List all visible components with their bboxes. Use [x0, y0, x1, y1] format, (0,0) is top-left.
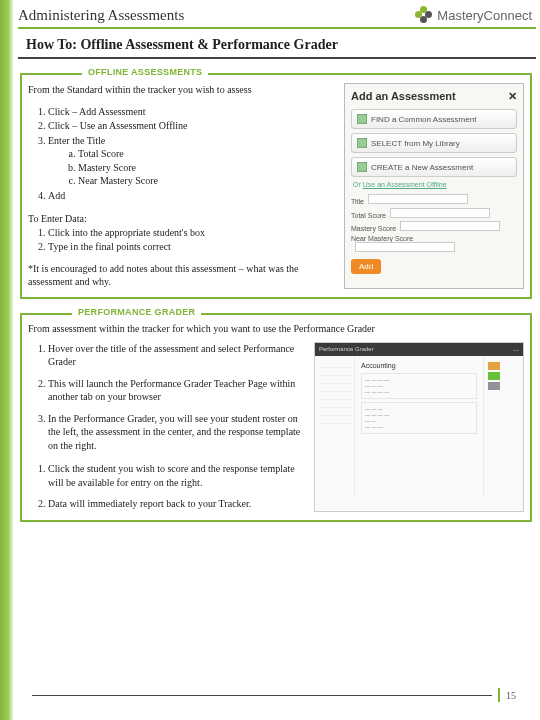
masteryconnect-icon [415, 6, 433, 24]
total-input[interactable] [390, 208, 490, 218]
enter-title: To Enter Data: [28, 212, 338, 226]
offline-step-4: Add [48, 189, 338, 203]
offline-step-3-text: Enter the Title [48, 135, 105, 146]
pg-topbar-icons: ⋯ [513, 346, 519, 353]
pg-box-2: — — —— — — —— —— — — [361, 402, 477, 434]
select-button[interactable]: SELECT from My Library [351, 133, 517, 153]
brand-logo: MasteryConnect [415, 6, 532, 24]
find-label: FIND a Common Assessment [371, 115, 476, 124]
swatch-gray [488, 382, 500, 390]
perf-b1: Click the student you wish to score and … [48, 462, 308, 489]
offline-substep-a: Total Score [78, 147, 338, 161]
select-label: SELECT from My Library [371, 139, 460, 148]
near-field-row: Near Mastery Score [351, 235, 517, 253]
page-content: Administering Assessments MasteryConnect… [18, 0, 536, 720]
performance-intro: From assessment within the tracker for w… [28, 323, 524, 334]
or-text: Or [353, 181, 363, 188]
pg-roster [315, 356, 355, 496]
pg-topbar-title: Performance Grader [319, 346, 374, 353]
offline-substeps: Total Score Mastery Score Near Mastery S… [78, 147, 338, 188]
offline-step-3: Enter the Title Total Score Mastery Scor… [48, 134, 338, 188]
performance-text-column: Hover over the title of the assessment a… [28, 342, 308, 512]
near-label: Near Mastery Score [351, 235, 413, 242]
howto-prefix: How To: [26, 37, 77, 52]
header-title: Administering Assessments [18, 7, 184, 24]
swatch-orange [488, 362, 500, 370]
page-footer: 15 [32, 688, 516, 702]
pg-box-1: — — — —— — —— — — — [361, 373, 477, 399]
perf-a2: This will launch the Performance Grader … [48, 377, 308, 404]
dialog-title: Add an Assessment [351, 90, 456, 103]
pg-topbar: Performance Grader⋯ [315, 343, 523, 356]
mastery-label: Mastery Score [351, 225, 396, 232]
pg-center: Accounting — — — —— — —— — — — — — —— — … [355, 356, 483, 496]
dialog-title-row: Add an Assessment ✕ [351, 90, 517, 103]
enter-data-block: To Enter Data: Click into the appropriat… [28, 212, 338, 254]
page-number: 15 [506, 690, 516, 701]
pg-response [483, 356, 523, 496]
howto-title: Offline Assessment & Performance Grader [80, 37, 337, 52]
pg-heading: Accounting [361, 362, 477, 369]
pg-body: Accounting — — — —— — —— — — — — — —— — … [315, 356, 523, 496]
offline-step-1: Click – Add Assessment [48, 105, 338, 119]
footer-accent [498, 688, 500, 702]
offline-section-label: OFFLINE ASSESSMENTS [82, 67, 208, 77]
performance-section: PERFORMANCE GRADER From assessment withi… [20, 313, 532, 522]
page-header: Administering Assessments MasteryConnect [18, 0, 536, 29]
perf-a1: Hover over the title of the assessment a… [48, 342, 308, 369]
offline-substep-c: Near Mastery Score [78, 174, 338, 188]
performance-section-label: PERFORMANCE GRADER [72, 307, 201, 317]
title-input[interactable] [368, 194, 468, 204]
enter-step-1: Click into the appropriate student's box [48, 226, 338, 240]
perf-a3: In the Performance Grader, you will see … [48, 412, 308, 453]
performance-list-a: Hover over the title of the assessment a… [48, 342, 308, 453]
create-label: CREATE a New Assessment [371, 163, 473, 172]
title-field-row: Title [351, 194, 517, 205]
offline-link-row: Or Use an Assessment Offline [353, 181, 517, 188]
offline-intro: From the Standard within the tracker you… [28, 83, 338, 97]
enter-steps-list: Click into the appropriate student's box… [48, 226, 338, 254]
howto-bar: How To: Offline Assessment & Performance… [18, 29, 536, 59]
offline-substep-b: Mastery Score [78, 161, 338, 175]
footer-rule [32, 695, 492, 696]
find-button[interactable]: FIND a Common Assessment [351, 109, 517, 129]
performance-list-b: Click the student you wish to score and … [48, 462, 308, 511]
find-icon [357, 114, 367, 124]
mastery-field-row: Mastery Score [351, 221, 517, 232]
left-accent-bar [0, 0, 14, 720]
brand-name: MasteryConnect [437, 8, 532, 23]
create-icon [357, 162, 367, 172]
title-label: Title [351, 198, 364, 205]
add-assessment-dialog: Add an Assessment ✕ FIND a Common Assess… [344, 83, 524, 289]
close-icon[interactable]: ✕ [508, 90, 517, 103]
select-icon [357, 138, 367, 148]
performance-grader-preview: Performance Grader⋯ Accounting — — — —— … [314, 342, 524, 512]
offline-note: *It is encouraged to add notes about thi… [28, 262, 338, 289]
add-button[interactable]: Add [351, 259, 381, 274]
create-button[interactable]: CREATE a New Assessment [351, 157, 517, 177]
total-label: Total Score [351, 211, 386, 218]
offline-steps-list: Click – Add Assessment Click – Use an As… [48, 105, 338, 203]
offline-section: OFFLINE ASSESSMENTS From the Standard wi… [20, 73, 532, 299]
total-field-row: Total Score [351, 208, 517, 219]
mastery-input[interactable] [400, 221, 500, 231]
offline-link[interactable]: Use an Assessment Offline [363, 181, 447, 188]
offline-text-column: From the Standard within the tracker you… [28, 83, 338, 289]
enter-step-2: Type in the final points correct [48, 240, 338, 254]
near-input[interactable] [355, 242, 455, 252]
swatch-green [488, 372, 500, 380]
offline-step-2: Click – Use an Assessment Offline [48, 119, 338, 133]
perf-b2: Data will immediately report back to you… [48, 497, 308, 511]
